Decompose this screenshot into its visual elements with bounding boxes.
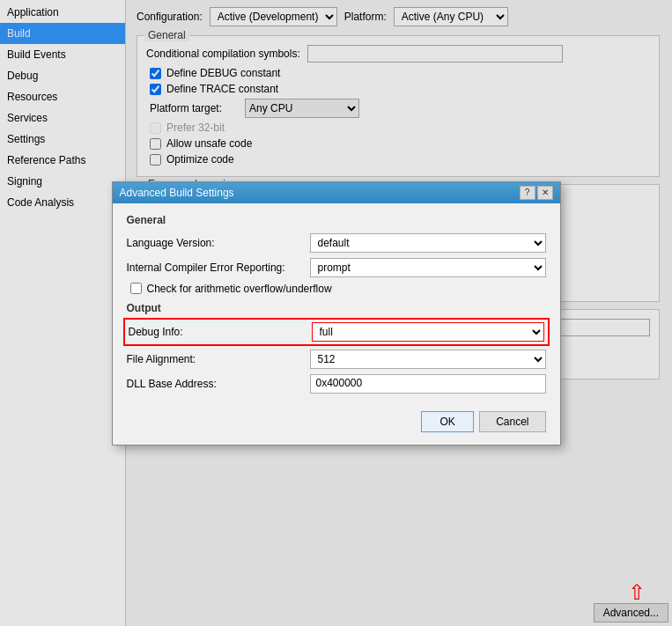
debug-info-row: Debug Info: full xyxy=(123,318,550,346)
dialog-title: Advanced Build Settings xyxy=(120,187,234,199)
dll-base-label: DLL Base Address: xyxy=(127,378,303,390)
dialog-general-label: General xyxy=(127,214,546,226)
internal-compiler-label: Internal Compiler Error Reporting: xyxy=(127,261,303,274)
dialog-body: General Language Version: default Intern… xyxy=(113,203,560,443)
language-version-row: Language Version: default xyxy=(127,233,546,253)
check-overflow-checkbox[interactable] xyxy=(130,283,142,294)
dialog-titlebar-buttons: ? ✕ xyxy=(520,186,553,200)
internal-compiler-row: Internal Compiler Error Reporting: promp… xyxy=(127,258,546,277)
cancel-button[interactable]: Cancel xyxy=(479,411,545,432)
check-overflow-label: Check for arithmetic overflow/underflow xyxy=(147,283,332,295)
debug-info-label: Debug Info: xyxy=(129,326,305,338)
dialog-overlay: Advanced Build Settings ? ✕ General Lang… xyxy=(0,0,672,626)
dialog-output-label: Output xyxy=(127,302,546,314)
dialog-titlebar: Advanced Build Settings ? ✕ xyxy=(113,182,560,203)
debug-info-select[interactable]: full xyxy=(312,322,544,342)
file-alignment-select[interactable]: 512 xyxy=(310,350,546,369)
dialog-buttons: OK Cancel xyxy=(127,404,546,432)
ok-button[interactable]: OK xyxy=(421,411,474,432)
dialog-help-button[interactable]: ? xyxy=(520,186,535,200)
dialog-close-button[interactable]: ✕ xyxy=(537,186,553,200)
file-alignment-row: File Alignment: 512 xyxy=(127,350,546,369)
dll-base-value: 0x400000 xyxy=(310,374,546,394)
internal-compiler-select[interactable]: prompt xyxy=(310,258,546,277)
language-version-label: Language Version: xyxy=(127,237,303,249)
file-alignment-label: File Alignment: xyxy=(127,353,303,365)
advanced-dialog: Advanced Build Settings ? ✕ General Lang… xyxy=(112,181,561,446)
language-version-select[interactable]: default xyxy=(310,233,546,253)
check-overflow-row: Check for arithmetic overflow/underflow xyxy=(127,283,546,295)
dll-base-row: DLL Base Address: 0x400000 xyxy=(127,374,546,394)
